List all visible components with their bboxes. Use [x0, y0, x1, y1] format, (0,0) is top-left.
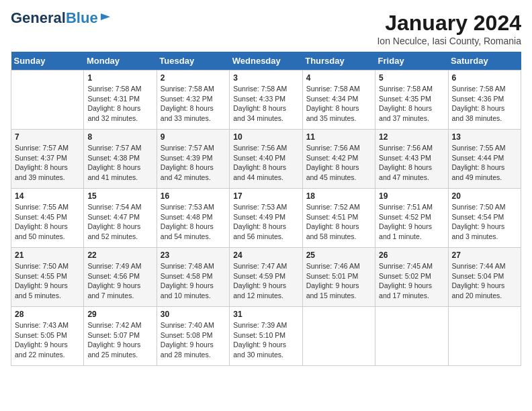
day-cell: 13Sunrise: 7:55 AM Sunset: 4:44 PM Dayli… [448, 130, 521, 189]
day-info: Sunrise: 7:40 AM Sunset: 5:08 PM Dayligh… [161, 320, 226, 360]
day-cell: 23Sunrise: 7:48 AM Sunset: 4:58 PM Dayli… [157, 248, 229, 307]
day-number: 23 [161, 250, 226, 260]
day-info: Sunrise: 7:48 AM Sunset: 4:58 PM Dayligh… [161, 261, 226, 301]
logo-text: GeneralBlue [11, 11, 98, 26]
day-number: 14 [15, 191, 80, 201]
header: GeneralBlue January 2024 Ion Neculce, Ia… [11, 11, 521, 46]
day-info: Sunrise: 7:45 AM Sunset: 5:02 PM Dayligh… [379, 261, 444, 301]
day-cell: 20Sunrise: 7:50 AM Sunset: 4:54 PM Dayli… [448, 189, 521, 248]
day-info: Sunrise: 7:46 AM Sunset: 5:01 PM Dayligh… [306, 261, 371, 301]
day-cell [11, 71, 84, 130]
day-info: Sunrise: 7:39 AM Sunset: 5:10 PM Dayligh… [233, 320, 298, 360]
main-title: January 2024 [377, 11, 521, 36]
day-info: Sunrise: 7:50 AM Sunset: 4:55 PM Dayligh… [15, 261, 80, 301]
day-cell: 1Sunrise: 7:58 AM Sunset: 4:31 PM Daylig… [84, 71, 157, 130]
day-info: Sunrise: 7:52 AM Sunset: 4:51 PM Dayligh… [306, 202, 371, 242]
day-number: 18 [306, 191, 371, 201]
day-number: 22 [87, 250, 152, 260]
day-info: Sunrise: 7:50 AM Sunset: 4:54 PM Dayligh… [452, 202, 517, 242]
day-number: 1 [87, 73, 152, 83]
day-cell: 30Sunrise: 7:40 AM Sunset: 5:08 PM Dayli… [157, 307, 229, 366]
day-number: 21 [15, 250, 80, 260]
day-info: Sunrise: 7:56 AM Sunset: 4:42 PM Dayligh… [306, 143, 371, 183]
day-cell: 25Sunrise: 7:46 AM Sunset: 5:01 PM Dayli… [302, 248, 375, 307]
day-info: Sunrise: 7:58 AM Sunset: 4:32 PM Dayligh… [161, 84, 226, 124]
day-info: Sunrise: 7:58 AM Sunset: 4:31 PM Dayligh… [87, 84, 152, 124]
day-info: Sunrise: 7:58 AM Sunset: 4:35 PM Dayligh… [379, 84, 444, 124]
day-info: Sunrise: 7:47 AM Sunset: 4:59 PM Dayligh… [233, 261, 298, 301]
day-number: 19 [379, 191, 444, 201]
day-info: Sunrise: 7:43 AM Sunset: 5:05 PM Dayligh… [15, 320, 80, 360]
day-cell: 26Sunrise: 7:45 AM Sunset: 5:02 PM Dayli… [375, 248, 448, 307]
day-number: 15 [87, 191, 152, 201]
calendar-table: SundayMondayTuesdayWednesdayThursdayFrid… [11, 52, 521, 366]
day-number: 27 [452, 250, 517, 260]
day-number: 3 [233, 73, 298, 83]
day-number: 28 [15, 310, 80, 319]
day-number: 30 [161, 310, 226, 319]
day-number: 12 [379, 132, 444, 142]
day-cell: 15Sunrise: 7:54 AM Sunset: 4:47 PM Dayli… [84, 189, 157, 248]
day-info: Sunrise: 7:53 AM Sunset: 4:48 PM Dayligh… [161, 202, 226, 242]
day-number: 5 [379, 73, 444, 83]
day-info: Sunrise: 7:57 AM Sunset: 4:38 PM Dayligh… [87, 143, 152, 183]
day-number: 4 [306, 73, 371, 83]
day-cell: 29Sunrise: 7:42 AM Sunset: 5:07 PM Dayli… [84, 307, 157, 366]
day-cell: 9Sunrise: 7:57 AM Sunset: 4:39 PM Daylig… [157, 130, 229, 189]
day-cell: 4Sunrise: 7:58 AM Sunset: 4:34 PM Daylig… [302, 71, 375, 130]
week-row-2: 7Sunrise: 7:57 AM Sunset: 4:37 PM Daylig… [11, 130, 521, 189]
day-cell: 6Sunrise: 7:58 AM Sunset: 4:36 PM Daylig… [448, 71, 521, 130]
day-info: Sunrise: 7:49 AM Sunset: 4:56 PM Dayligh… [87, 261, 152, 301]
day-number: 24 [233, 250, 298, 260]
day-info: Sunrise: 7:42 AM Sunset: 5:07 PM Dayligh… [87, 320, 152, 360]
subtitle: Ion Neculce, Iasi County, Romania [377, 36, 521, 46]
day-cell: 5Sunrise: 7:58 AM Sunset: 4:35 PM Daylig… [375, 71, 448, 130]
day-info: Sunrise: 7:58 AM Sunset: 4:36 PM Dayligh… [452, 84, 517, 124]
day-header-thursday: Thursday [302, 52, 375, 71]
week-row-4: 21Sunrise: 7:50 AM Sunset: 4:55 PM Dayli… [11, 248, 521, 307]
day-info: Sunrise: 7:44 AM Sunset: 5:04 PM Dayligh… [452, 261, 517, 301]
days-header-row: SundayMondayTuesdayWednesdayThursdayFrid… [11, 52, 521, 71]
day-cell: 11Sunrise: 7:56 AM Sunset: 4:42 PM Dayli… [302, 130, 375, 189]
day-cell: 24Sunrise: 7:47 AM Sunset: 4:59 PM Dayli… [230, 248, 302, 307]
day-info: Sunrise: 7:56 AM Sunset: 4:40 PM Dayligh… [233, 143, 298, 183]
week-row-1: 1Sunrise: 7:58 AM Sunset: 4:31 PM Daylig… [11, 71, 521, 130]
day-header-saturday: Saturday [448, 52, 521, 71]
week-row-3: 14Sunrise: 7:55 AM Sunset: 4:45 PM Dayli… [11, 189, 521, 248]
day-cell: 3Sunrise: 7:58 AM Sunset: 4:33 PM Daylig… [230, 71, 302, 130]
logo: GeneralBlue [11, 11, 112, 26]
day-number: 20 [452, 191, 517, 201]
day-info: Sunrise: 7:57 AM Sunset: 4:39 PM Dayligh… [161, 143, 226, 183]
day-number: 2 [161, 73, 226, 83]
day-number: 10 [233, 132, 298, 142]
day-number: 8 [87, 132, 152, 142]
day-cell: 10Sunrise: 7:56 AM Sunset: 4:40 PM Dayli… [230, 130, 302, 189]
day-cell [448, 307, 521, 366]
day-info: Sunrise: 7:57 AM Sunset: 4:37 PM Dayligh… [15, 143, 80, 183]
day-header-sunday: Sunday [11, 52, 84, 71]
day-info: Sunrise: 7:55 AM Sunset: 4:44 PM Dayligh… [452, 143, 517, 183]
day-number: 11 [306, 132, 371, 142]
day-cell: 2Sunrise: 7:58 AM Sunset: 4:32 PM Daylig… [157, 71, 229, 130]
day-cell: 21Sunrise: 7:50 AM Sunset: 4:55 PM Dayli… [11, 248, 84, 307]
day-header-tuesday: Tuesday [157, 52, 229, 71]
day-header-monday: Monday [84, 52, 157, 71]
day-number: 6 [452, 73, 517, 83]
day-cell [375, 307, 448, 366]
day-info: Sunrise: 7:58 AM Sunset: 4:33 PM Dayligh… [233, 84, 298, 124]
day-cell: 22Sunrise: 7:49 AM Sunset: 4:56 PM Dayli… [84, 248, 157, 307]
svg-marker-0 [101, 13, 110, 20]
day-cell: 18Sunrise: 7:52 AM Sunset: 4:51 PM Dayli… [302, 189, 375, 248]
day-cell: 16Sunrise: 7:53 AM Sunset: 4:48 PM Dayli… [157, 189, 229, 248]
day-cell: 8Sunrise: 7:57 AM Sunset: 4:38 PM Daylig… [84, 130, 157, 189]
week-row-5: 28Sunrise: 7:43 AM Sunset: 5:05 PM Dayli… [11, 307, 521, 366]
day-info: Sunrise: 7:54 AM Sunset: 4:47 PM Dayligh… [87, 202, 152, 242]
day-cell [302, 307, 375, 366]
day-number: 29 [87, 310, 152, 319]
day-info: Sunrise: 7:53 AM Sunset: 4:49 PM Dayligh… [233, 202, 298, 242]
day-cell: 14Sunrise: 7:55 AM Sunset: 4:45 PM Dayli… [11, 189, 84, 248]
day-cell: 12Sunrise: 7:56 AM Sunset: 4:43 PM Dayli… [375, 130, 448, 189]
day-number: 16 [161, 191, 226, 201]
day-cell: 28Sunrise: 7:43 AM Sunset: 5:05 PM Dayli… [11, 307, 84, 366]
day-info: Sunrise: 7:51 AM Sunset: 4:52 PM Dayligh… [379, 202, 444, 242]
